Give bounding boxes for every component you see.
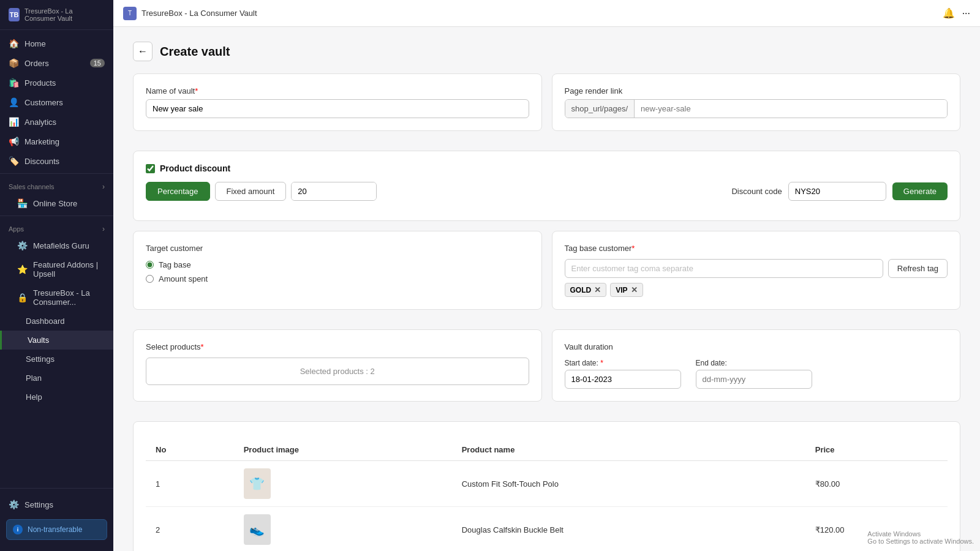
percentage-button[interactable]: Percentage [146, 182, 210, 201]
topbar-right: 🔔 ··· [943, 7, 970, 19]
vault-name-label: Name of vault* [146, 86, 529, 96]
sidebar-bottom: ⚙️ Settings i Non-transferable [0, 488, 113, 551]
select-products-card: Select products* Selected products : 2 [133, 329, 542, 402]
apps-section: Apps › [0, 219, 113, 236]
sidebar-item-label: Products [24, 78, 56, 88]
sidebar-item-settings-main[interactable]: ⚙️ Settings [0, 495, 113, 514]
end-date-input[interactable] [696, 370, 812, 389]
tag-gold-remove[interactable]: ✕ [594, 285, 601, 294]
vault-duration-card: Vault duration Start date: * End date: [552, 329, 961, 402]
discount-code-input[interactable] [788, 182, 886, 201]
product-discount-check: Product discount [146, 163, 948, 173]
nontransfer-badge: i Non-transferable [6, 519, 107, 540]
fixed-amount-button[interactable]: Fixed amount [215, 182, 287, 201]
discount-type-row: Percentage Fixed amount % [146, 182, 377, 201]
generate-button[interactable]: Generate [892, 182, 948, 200]
product-image-1: 👕 [244, 468, 271, 499]
sidebar-item-analytics[interactable]: 📊 Analytics [0, 112, 113, 132]
sidebar-item-products[interactable]: 🛍️ Products [0, 73, 113, 92]
row-2-image: 👟 [234, 507, 452, 552]
select-products-label: Select products* [146, 342, 529, 351]
store-icon: 🏪 [17, 198, 27, 208]
radio-tag-base-label: Tag base [159, 260, 191, 269]
sidebar-item-label: Marketing [24, 137, 59, 146]
nontransfer-label: Non-transferable [28, 525, 82, 534]
sidebar-logo: TB TresureBox - La Consumer Vault [0, 0, 113, 30]
row-2-no: 2 [146, 507, 234, 552]
sidebar-item-orders[interactable]: 📦 Orders 15 [0, 53, 113, 73]
row-1-no: 1 [146, 461, 234, 507]
sidebar-item-settings-sub[interactable]: Settings [0, 350, 113, 369]
tag-base-card: Tag base customer* Refresh tag GOLD ✕ VI… [552, 231, 961, 310]
sidebar-item-label: Dashboard [26, 317, 65, 326]
customers-icon: 👤 [9, 97, 18, 107]
sidebar-logo-icon: TB [9, 8, 20, 21]
sidebar-settings-label: Settings [24, 500, 53, 509]
sidebar-item-plan[interactable]: Plan [0, 369, 113, 388]
sidebar-item-help[interactable]: Help [0, 388, 113, 407]
radio-tag-base[interactable]: Tag base [146, 260, 529, 269]
page-title: Create vault [160, 45, 230, 59]
radio-tag-base-input[interactable] [146, 261, 154, 269]
sidebar-item-label: Featured Addons | Upsell [33, 260, 105, 279]
sidebar-item-label: Online Store [33, 199, 77, 208]
divider-2 [0, 216, 113, 216]
sidebar-item-label: Help [26, 392, 42, 402]
sidebar-item-label: Analytics [24, 118, 56, 127]
product-image-2: 👟 [244, 514, 271, 545]
sidebar-item-label: Metafields Guru [33, 241, 89, 250]
radio-group: Tag base Amount spent [146, 260, 529, 283]
bell-icon[interactable]: 🔔 [943, 7, 955, 19]
featured-icon: ⭐ [17, 264, 27, 274]
orders-icon: 📦 [9, 58, 18, 68]
page-render-input[interactable] [635, 100, 947, 118]
back-button[interactable]: ← [133, 42, 153, 61]
topbar: T TresureBox - La Consumer Vault 🔔 ··· [113, 0, 980, 27]
products-duration-row: Select products* Selected products : 2 V… [133, 329, 960, 411]
tag-vip-remove[interactable]: ✕ [631, 285, 638, 294]
more-icon[interactable]: ··· [962, 8, 970, 19]
sidebar-item-customers[interactable]: 👤 Customers [0, 92, 113, 112]
page-render-prefix: shop_url/pages/ [565, 100, 635, 118]
vault-duration-label: Vault duration [565, 342, 948, 351]
tag-gold-label: GOLD [570, 286, 592, 294]
sidebar-item-label: Customers [24, 98, 63, 107]
product-discount-checkbox[interactable] [146, 164, 155, 173]
vault-name-input[interactable] [146, 99, 529, 118]
radio-amount-input[interactable] [146, 275, 154, 283]
refresh-tag-button[interactable]: Refresh tag [888, 259, 948, 278]
selected-products-box[interactable]: Selected products : 2 [146, 358, 529, 385]
main: T TresureBox - La Consumer Vault 🔔 ··· ←… [113, 0, 980, 551]
sidebar-item-metafields[interactable]: ⚙️ Metafields Guru [0, 236, 113, 255]
start-date-input[interactable] [565, 370, 681, 389]
tag-input[interactable] [565, 259, 883, 278]
sidebar-item-featured[interactable]: ⭐ Featured Addons | Upsell [0, 255, 113, 283]
end-date-group: End date: [696, 359, 812, 389]
settings-main-icon: ⚙️ [9, 500, 18, 509]
sidebar-item-dashboard[interactable]: Dashboard [0, 312, 113, 331]
product-discount-label: Product discount [160, 163, 230, 173]
topbar-left: T TresureBox - La Consumer Vault [123, 7, 257, 20]
analytics-icon: 📊 [9, 117, 18, 127]
nontransfer-dot: i [13, 525, 23, 534]
sidebar-item-marketing[interactable]: 📢 Marketing [0, 132, 113, 151]
col-price: Price [805, 439, 948, 461]
product-discount-card: Product discount Percentage Fixed amount… [133, 151, 960, 221]
sidebar-item-home[interactable]: 🏠 Home [0, 34, 113, 53]
radio-amount-spent[interactable]: Amount spent [146, 274, 529, 283]
sidebar-item-label: Settings [26, 354, 55, 364]
orders-badge: 15 [90, 59, 105, 67]
sidebar-item-tresurebox[interactable]: 🔒 TresureBox - La Consumer... [0, 283, 113, 312]
sidebar-item-vaults[interactable]: Vaults [0, 331, 113, 350]
sidebar-item-online-store[interactable]: 🏪 Online Store [0, 193, 113, 213]
discounts-icon: 🏷️ [9, 156, 18, 166]
discount-value-input[interactable] [292, 182, 377, 200]
page-header: ← Create vault [133, 42, 960, 61]
sidebar-logo-label: TresureBox - La Consumer Vault [24, 7, 105, 22]
sidebar: TB TresureBox - La Consumer Vault 🏠 Home… [0, 0, 113, 551]
sidebar-item-label: TresureBox - La Consumer... [33, 288, 105, 307]
sidebar-item-discounts[interactable]: 🏷️ Discounts [0, 151, 113, 171]
row-1-image: 👕 [234, 461, 452, 507]
sidebar-item-label: Plan [26, 373, 42, 383]
page-render-card: Page render link shop_url/pages/ [552, 73, 961, 131]
